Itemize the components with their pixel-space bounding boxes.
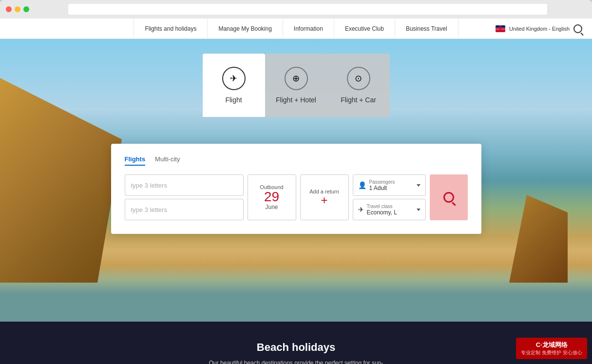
passengers-selector[interactable]: 👤 Passengers 1 Adult bbox=[353, 174, 426, 196]
to-input[interactable] bbox=[125, 199, 244, 220]
tab-flight-hotel-label: Flight + Hotel bbox=[276, 96, 316, 104]
search-type-tabs: Flights Multi-city bbox=[125, 155, 468, 166]
search-button-icon bbox=[443, 192, 454, 203]
tab-flight-car[interactable]: ⊙ Flight + Car bbox=[327, 54, 390, 117]
search-panel: Flights Multi-city Outbound 29 June Add … bbox=[111, 144, 481, 234]
flag-icon bbox=[496, 25, 505, 32]
hero: ✈ Flight ⊕ Flight + Hotel ⊙ Flight + Car… bbox=[0, 39, 592, 322]
outbound-month: June bbox=[265, 204, 278, 211]
travel-class-chevron-icon bbox=[417, 209, 420, 211]
nav-bar: Flights and holidays Manage My Booking I… bbox=[0, 19, 592, 39]
address-bar[interactable] bbox=[68, 4, 547, 15]
search-tab-flights[interactable]: Flights bbox=[125, 155, 146, 166]
flight-car-icon: ⊙ bbox=[347, 67, 370, 90]
tab-flight-label: Flight bbox=[225, 96, 242, 104]
nav-business-travel[interactable]: Business Travel bbox=[395, 19, 458, 39]
from-to-group bbox=[125, 174, 244, 220]
booking-type-tabs: ✈ Flight ⊕ Flight + Hotel ⊙ Flight + Car bbox=[203, 54, 390, 117]
nav-manage-booking[interactable]: Manage My Booking bbox=[208, 19, 283, 39]
tab-flight-hotel[interactable]: ⊕ Flight + Hotel bbox=[265, 54, 327, 117]
search-button[interactable] bbox=[430, 174, 468, 220]
nav-right: United Kingdom - English bbox=[496, 24, 582, 33]
flight-icon: ✈ bbox=[222, 67, 246, 90]
add-return-icon: + bbox=[321, 194, 327, 206]
nav-items: Flights and holidays Manage My Booking I… bbox=[134, 19, 458, 39]
tab-flight[interactable]: ✈ Flight bbox=[203, 54, 265, 117]
watermark-brand: C·龙域网络 bbox=[521, 341, 582, 349]
travel-class-icon: ✈ bbox=[358, 206, 364, 213]
nav-flights-holidays[interactable]: Flights and holidays bbox=[134, 19, 208, 39]
nav-executive-club[interactable]: Executive Club bbox=[334, 19, 395, 39]
close-button[interactable] bbox=[6, 6, 12, 12]
outbound-day: 29 bbox=[264, 190, 279, 204]
passengers-travel-group: 👤 Passengers 1 Adult ✈ Travel class Econ… bbox=[353, 174, 426, 220]
watermark: C·龙域网络 专业定制 免费维护 安心放心 bbox=[516, 338, 587, 359]
beach-holidays-section: Beach holidays Our beautiful beach desti… bbox=[0, 322, 592, 364]
passengers-chevron-icon bbox=[417, 184, 420, 187]
watermark-sub: 专业定制 免费维护 安心放心 bbox=[521, 349, 582, 356]
from-input[interactable] bbox=[125, 174, 244, 196]
outbound-date-picker[interactable]: Outbound 29 June bbox=[248, 174, 296, 220]
passenger-icon: 👤 bbox=[358, 181, 366, 189]
nav-search-icon[interactable] bbox=[573, 24, 582, 33]
travel-class-selector[interactable]: ✈ Travel class Economy, L bbox=[353, 199, 426, 220]
search-tab-multi-city[interactable]: Multi-city bbox=[155, 155, 180, 166]
window-chrome bbox=[0, 0, 592, 19]
browser-content: Flights and holidays Manage My Booking I… bbox=[0, 19, 592, 364]
return-date-picker[interactable]: Add a return + bbox=[300, 174, 349, 220]
search-form: Outbound 29 June Add a return + 👤 Passen… bbox=[125, 174, 468, 220]
passengers-text: Passengers 1 Adult bbox=[369, 179, 414, 192]
travel-class-text: Travel class Economy, L bbox=[367, 204, 414, 216]
nav-information[interactable]: Information bbox=[283, 19, 334, 39]
minimize-button[interactable] bbox=[15, 6, 20, 12]
maximize-button[interactable] bbox=[23, 6, 29, 12]
tab-flight-car-label: Flight + Car bbox=[341, 96, 376, 104]
flight-hotel-icon: ⊕ bbox=[285, 67, 308, 90]
traffic-lights bbox=[6, 6, 29, 12]
beach-holidays-title: Beach holidays bbox=[10, 341, 582, 354]
beach-holidays-subtitle: Our beautiful beach destinations provide… bbox=[199, 359, 394, 364]
nav-lang-label[interactable]: United Kingdom - English bbox=[509, 26, 570, 32]
